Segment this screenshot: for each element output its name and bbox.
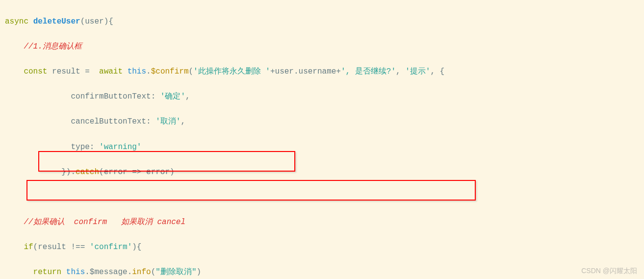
code-line: if(result !== 'confirm'){ [5, 241, 644, 254]
code-line: //如果确认 confirm 如果取消 cancel [5, 216, 644, 229]
code-line: cancelButtonText: '取消', [5, 116, 644, 128]
code-line [5, 191, 644, 204]
code-editor: async deleteUser(user){ //1.消息确认框 const … [0, 0, 644, 279]
code-line: const result = await this.$confirm('此操作将… [5, 66, 644, 78]
watermark: CSDN @闪耀太阳 [581, 265, 637, 276]
code-line: confirmButtonText: '确定', [5, 91, 644, 103]
code-line: //1.消息确认框 [5, 41, 644, 53]
code-line: async deleteUser(user){ [5, 16, 644, 28]
code-line: return this.$message.info("删除取消") [5, 266, 644, 279]
code-line: type: 'warning' [5, 141, 644, 154]
code-line: }).catch(error => error) [5, 166, 644, 179]
